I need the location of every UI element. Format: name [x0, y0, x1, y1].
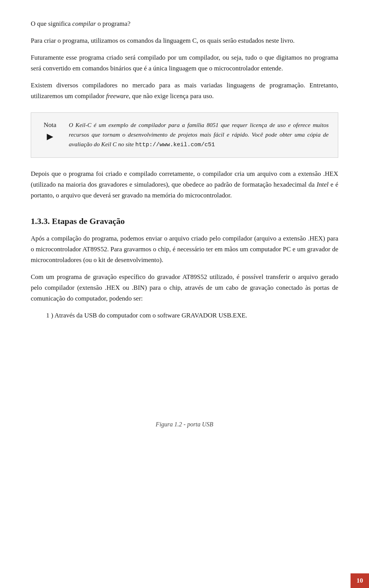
paragraph-compiladores: Existem diversos compiladores no mercado… — [31, 80, 338, 102]
paragraph-apos-compilacao: Após a compilação do programa, podemos e… — [31, 233, 338, 266]
note-label-text: Nota — [43, 121, 56, 129]
page-number-box: 10 — [351, 573, 369, 588]
heading-compile: O que significa compilar o programa? — [31, 18, 338, 29]
paragraph-depois: Depois que o programa foi criado e compi… — [31, 169, 338, 201]
software-text: software — [157, 312, 180, 319]
paragraph-futuramente: Futuramente esse programa criado será co… — [31, 52, 338, 74]
section-title-etapas: 1.3.3. Etapas de Gravação — [31, 216, 338, 226]
italic-freeware: freeware — [106, 92, 129, 100]
page: O que significa compilar o programa? Par… — [0, 0, 369, 588]
list-item-usb: 1 ) Através da USB do computador com o s… — [46, 310, 338, 321]
italic-compilar: compilar — [72, 20, 96, 27]
figure-caption: Figura 1.2 - porta USB — [31, 421, 338, 428]
content: O que significa compilar o programa? Par… — [31, 18, 338, 428]
note-label: Nota ► — [40, 120, 60, 142]
paragraph-create-program: Para criar o programa, utilizamos os com… — [31, 35, 338, 46]
note-arrow-icon: ► — [45, 131, 55, 142]
italic-intel: Intel — [317, 181, 329, 188]
note-content: O Keil-C é um exemplo de compilador para… — [69, 120, 329, 150]
page-number: 10 — [357, 577, 363, 585]
note-link: http://www.keil.com/c51 — [135, 142, 215, 148]
paragraph-com-programa: Com um programa de gravação específico d… — [31, 272, 338, 304]
note-box: Nota ► O Keil-C é um exemplo de compilad… — [31, 112, 338, 158]
